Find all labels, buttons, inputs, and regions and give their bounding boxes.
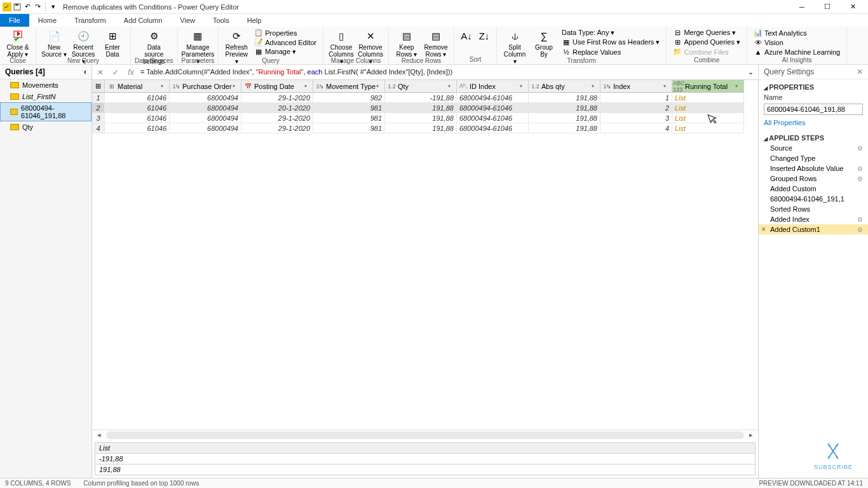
table-cell[interactable]: List [672,113,744,123]
qat-dropdown-icon[interactable]: ▾ [49,3,58,11]
column-header[interactable]: 1²₃Index▾ [600,80,672,93]
applied-step[interactable]: Inserted Absolute Value⚙ [759,163,868,173]
applied-step[interactable]: Grouped Rows⚙ [759,173,868,184]
table-cell[interactable]: 29-1-2020 [241,93,313,103]
data-grid[interactable]: ⊞⊞Material▾1²₃Purchase Order▾📅Posting Da… [92,80,758,133]
sort-asc-button[interactable]: A↓ [458,28,475,44]
table-cell[interactable]: 29-1-2020 [241,113,313,123]
datatype-icon[interactable]: 1.2 [531,83,540,90]
menu-transform[interactable]: Transform [65,14,115,27]
undo-icon[interactable]: ↶ [23,3,32,11]
row-number[interactable]: 1 [92,93,105,103]
formula-commit-button[interactable]: ✓ [110,67,121,78]
new-source-button[interactable]: 📄New Source ▾ [40,28,68,59]
datatype-icon[interactable]: ABC 123 [674,83,684,90]
save-icon[interactable] [13,3,22,11]
datatype-icon[interactable]: 1²₃ [602,83,612,90]
close-button[interactable]: ✕ [840,0,865,14]
sort-desc-button[interactable]: Z↓ [476,28,492,44]
menu-help[interactable]: Help [238,14,271,27]
table-cell[interactable]: 68000494 [170,93,241,103]
table-cell[interactable]: 61046 [105,93,170,103]
menu-view[interactable]: View [171,14,204,27]
append-queries-button[interactable]: ⊞Append Queries ▾ [670,37,743,47]
table-cell[interactable]: 191,88 [529,103,600,113]
query-item[interactable]: Movements [0,79,92,91]
properties-section-header[interactable]: PROPERTIES [759,79,868,92]
datatype-icon[interactable]: 1²₃ [315,83,325,90]
table-cell[interactable]: 1 [600,93,672,103]
datatype-icon[interactable]: 1.2 [387,83,397,90]
data-type-button[interactable]: Data Type: Any ▾ [559,28,662,37]
column-header[interactable]: 1²₃Movement Type▾ [313,80,385,93]
row-number[interactable]: 2 [92,103,105,113]
refresh-preview-button[interactable]: ⟳Refresh Preview ▾ [222,28,250,66]
table-cell[interactable]: 2 [600,103,672,113]
query-item[interactable]: Qty [0,121,92,133]
applied-step[interactable]: Sorted Rows [759,204,868,214]
menu-tools[interactable]: Tools [204,14,238,27]
close-apply-button[interactable]: Close & Apply ▾ [4,28,32,59]
group-by-button[interactable]: ∑Group By [530,28,558,59]
column-header[interactable]: ⊞Material▾ [105,80,170,93]
table-cell[interactable]: 3 [600,113,672,123]
split-column-button[interactable]: ⫝Split Column ▾ [501,28,529,66]
properties-button[interactable]: 📋Properties [252,28,319,37]
column-header[interactable]: ABC 123Running Total▾ [672,80,744,93]
column-header[interactable]: 📅Posting Date▾ [241,80,313,93]
menu-file[interactable]: File [0,14,29,27]
applied-step[interactable]: Source⚙ [759,143,868,153]
applied-step[interactable]: Changed Type [759,153,868,163]
applied-steps-header[interactable]: APPLIED STEPS [759,130,868,143]
table-cell[interactable]: 61046 [105,103,170,113]
table-cell[interactable]: 68000494 [170,123,241,133]
table-cell[interactable]: 981 [313,123,385,133]
menu-home[interactable]: Home [29,14,65,27]
redo-icon[interactable]: ↷ [33,3,42,11]
query-item[interactable]: 68000494-61046_191,88 [0,102,92,121]
table-cell[interactable]: List [672,123,744,133]
scroll-left-icon[interactable]: ◂ [95,431,104,440]
table-cell[interactable]: 191,88 [529,123,600,133]
filter-icon[interactable]: ▾ [592,83,598,89]
text-analytics-button[interactable]: 📊Text Analytics [751,28,843,37]
horizontal-scrollbar[interactable]: ◂ ▸ [92,430,758,440]
replace-values-button[interactable]: ½Replace Values [559,47,662,57]
remove-rows-button[interactable]: ▤Remove Rows ▾ [422,28,450,59]
query-item[interactable]: List_FirstN [0,91,92,102]
column-header[interactable]: 1.2Abs qty▾ [529,80,600,93]
maximize-button[interactable]: ☐ [815,0,840,14]
table-cell[interactable]: 68000494-61046 [457,93,529,103]
manage-button[interactable]: ▦Manage ▾ [252,47,319,57]
enter-data-button[interactable]: ⊞Enter Data [98,28,126,59]
first-row-headers-button[interactable]: ▦Use First Row as Headers ▾ [559,37,662,47]
table-cell[interactable]: 191,88 [385,123,457,133]
formula-text[interactable]: = Table.AddColumn(#"Added Index", "Runni… [140,68,742,76]
filter-icon[interactable]: ▾ [663,83,670,89]
azure-ml-button[interactable]: ▲Azure Machine Learning [751,47,843,57]
table-cell[interactable]: 981 [313,103,385,113]
datatype-icon[interactable]: Aᵇ꜀ [459,83,468,90]
table-cell[interactable]: 191,88 [529,113,600,123]
table-cell[interactable]: 191,88 [529,93,600,103]
table-cell[interactable]: 191,88 [385,103,457,113]
filter-icon[interactable]: ▾ [233,83,239,89]
collapse-icon[interactable]: ‹ [84,67,86,76]
table-cell[interactable]: -191,88 [385,93,457,103]
merge-queries-button[interactable]: ⊟Merge Queries ▾ [670,28,743,37]
table-cell[interactable]: 68000494-61046 [457,103,529,113]
datatype-icon[interactable]: ⊞ [107,83,116,90]
applied-step[interactable]: Added Custom [759,184,868,194]
gear-icon[interactable]: ⚙ [857,216,863,223]
gear-icon[interactable]: ⚙ [857,165,863,172]
gear-icon[interactable]: ⚙ [857,145,863,152]
table-cell[interactable]: 20-1-2020 [241,103,313,113]
formula-cancel-button[interactable]: ✕ [95,67,106,78]
table-cell[interactable]: 68000494-61046 [457,123,529,133]
table-cell[interactable]: 982 [313,93,385,103]
filter-icon[interactable]: ▾ [520,83,526,89]
table-cell[interactable]: 29-1-2020 [241,123,313,133]
scroll-right-icon[interactable]: ▸ [747,431,756,440]
table-cell[interactable]: 191,88 [385,113,457,123]
gear-icon[interactable]: ⚙ [857,226,863,233]
